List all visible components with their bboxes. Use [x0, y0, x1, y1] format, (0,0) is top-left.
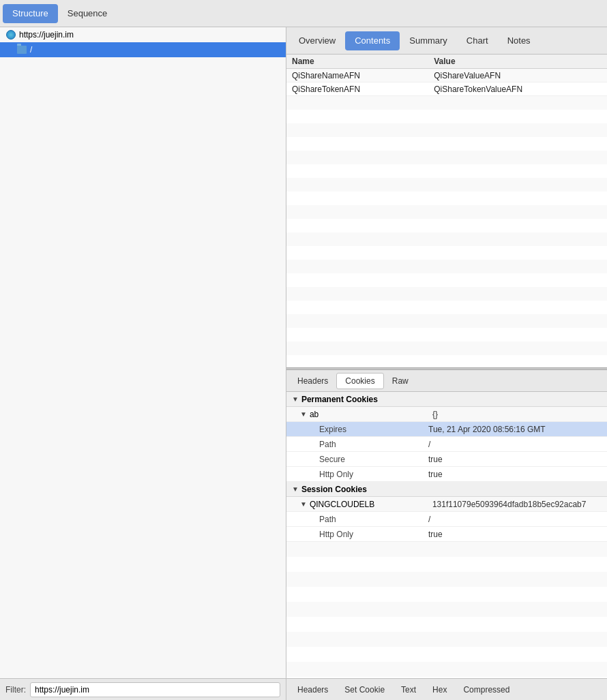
cell-name: QiShareNameAFN [286, 69, 428, 82]
tab-contents[interactable]: Contents [345, 31, 400, 50]
tab-summary[interactable]: Summary [400, 31, 457, 50]
qingcloudelb-triangle-icon: ▼ [300, 500, 307, 508]
table-row[interactable]: QiShareNameAFNQiShareValueAFN [286, 69, 607, 82]
tree-empty-area [0, 57, 286, 678]
cookie-ab-value: {} [432, 410, 438, 419]
cookie-empty-area [286, 542, 607, 678]
tree-row-slash[interactable]: / [0, 42, 286, 57]
left-panel: https://juejin.im / Filter: [0, 27, 286, 700]
footer-tab-headers[interactable]: Headers [289, 682, 336, 698]
right-top-tabs: Overview Contents Summary Chart Notes [286, 27, 607, 55]
tab-sequence[interactable]: Sequence [58, 4, 117, 23]
footer-tab-compressed[interactable]: Compressed [455, 682, 518, 698]
cookie-ab-path-key: Path [319, 440, 428, 449]
cookie-item-ab[interactable]: ▼ ab {} [286, 407, 607, 422]
tab-notes[interactable]: Notes [498, 31, 540, 50]
cookie-ab-httponly-value: true [428, 470, 443, 479]
bottom-tabs: Headers Cookies Raw [286, 370, 607, 392]
cell-value: QiShareValueAFN [428, 69, 607, 82]
cookie-ab-httponly-key: Http Only [319, 470, 428, 479]
bottom-footer: Headers Set Cookie Text Hex Compressed [286, 678, 607, 700]
footer-tab-hex[interactable]: Hex [424, 682, 455, 698]
cookie-qingcloudelb-httponly-value: true [428, 530, 443, 539]
folder-icon [16, 44, 27, 55]
filter-input[interactable] [30, 682, 280, 697]
cookie-panel: ▼ Permanent Cookies ▼ ab {} Expires Tue,… [286, 392, 607, 678]
tree-row-root[interactable]: https://juejin.im [0, 27, 286, 42]
cookie-ab-path-row: Path / [286, 437, 607, 452]
cookie-ab-expires-row: Expires Tue, 21 Apr 2020 08:56:16 GMT [286, 422, 607, 437]
tab-chart[interactable]: Chart [457, 31, 498, 50]
cookie-ab-secure-value: true [428, 455, 443, 464]
cookie-item-qingcloudelb[interactable]: ▼ QINGCLOUDELB 131f11079e5093964dfadb18b… [286, 497, 607, 512]
table-row[interactable]: QiShareTokenAFNQiShareTokenValueAFN [286, 82, 607, 96]
permanent-triangle-icon: ▼ [292, 395, 299, 403]
cookie-qingcloudelb-key: QINGCLOUDELB [310, 500, 432, 509]
cookie-qingcloudelb-path-key: Path [319, 515, 428, 524]
tab-overview[interactable]: Overview [289, 31, 345, 50]
filter-bar: Filter: [0, 678, 286, 700]
col-name-header: Name [286, 55, 428, 69]
cookie-ab-expires-key: Expires [319, 425, 428, 434]
permanent-cookies-header: ▼ Permanent Cookies [286, 392, 607, 407]
session-cookies-label: Session Cookies [301, 485, 367, 494]
tree-row-root-label: https://juejin.im [19, 30, 74, 40]
col-value-header: Value [428, 55, 607, 69]
cookie-qingcloudelb-httponly-key: Http Only [319, 530, 428, 539]
top-toolbar: Structure Sequence [0, 0, 607, 27]
bottom-tab-cookies[interactable]: Cookies [336, 373, 383, 389]
globe-icon [5, 29, 16, 40]
cookie-ab-expires-value: Tue, 21 Apr 2020 08:56:16 GMT [428, 425, 546, 434]
footer-tab-set-cookie[interactable]: Set Cookie [336, 682, 393, 698]
cookie-qingcloudelb-path-value: / [428, 515, 430, 524]
bottom-tab-headers[interactable]: Headers [289, 373, 336, 389]
cookie-qingcloudelb-path-row: Path / [286, 512, 607, 527]
contents-table: Name Value QiShareNameAFNQiShareValueAFN… [286, 55, 607, 96]
main-layout: https://juejin.im / Filter: Overview Con… [0, 27, 607, 700]
cookie-ab-secure-row: Secure true [286, 452, 607, 467]
tree-row-slash-label: / [30, 45, 32, 55]
footer-tab-text[interactable]: Text [393, 682, 424, 698]
cookie-ab-httponly-row: Http Only true [286, 467, 607, 482]
cookie-qingcloudelb-httponly-row: Http Only true [286, 527, 607, 542]
tab-structure[interactable]: Structure [3, 4, 58, 23]
cookie-ab-secure-key: Secure [319, 455, 428, 464]
bottom-tab-raw[interactable]: Raw [384, 373, 417, 389]
bottom-section: Headers Cookies Raw ▼ Permanent Cookies … [286, 370, 607, 678]
cookie-ab-path-value: / [428, 440, 430, 449]
permanent-cookies-label: Permanent Cookies [301, 395, 378, 404]
filter-label: Filter: [5, 685, 26, 695]
cell-name: QiShareTokenAFN [286, 82, 428, 96]
cookie-ab-key: ab [310, 410, 432, 419]
session-triangle-icon: ▼ [292, 485, 299, 493]
ab-triangle-icon: ▼ [300, 410, 307, 418]
cell-value: QiShareTokenValueAFN [428, 82, 607, 96]
cookie-qingcloudelb-value: 131f11079e5093964dfadb18b5ec92acab7 [432, 500, 587, 509]
empty-rows-area [286, 96, 607, 367]
right-panel: Overview Contents Summary Chart Notes Na… [286, 27, 607, 700]
session-cookies-header: ▼ Session Cookies [286, 482, 607, 497]
